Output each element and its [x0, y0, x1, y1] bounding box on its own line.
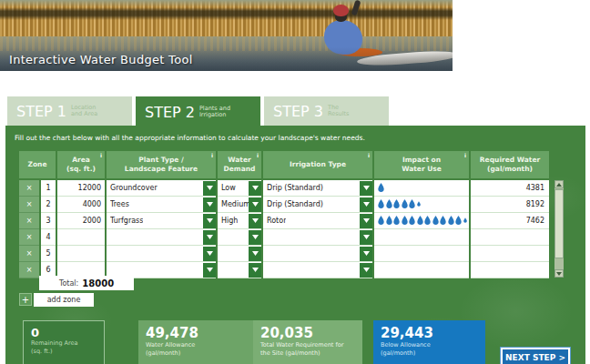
total-requirement-box: 20,035 Total Water Requirement forthe Si…	[253, 320, 362, 364]
required-water-value: 4381	[471, 180, 549, 197]
chevron-down-icon[interactable]	[360, 230, 372, 245]
water-allowance-box: 49,478 Water Allowance(gal/month)	[138, 320, 253, 364]
water-droplet-icon	[402, 199, 408, 210]
table-row: ×4	[19, 229, 554, 246]
total-area-box: Total: 18000	[39, 276, 134, 290]
irrigation-type-select[interactable]	[263, 262, 372, 278]
scroll-up-icon[interactable]	[554, 180, 564, 188]
scrollbar-thumb[interactable]	[554, 189, 564, 258]
delete-zone-button[interactable]: ×	[19, 246, 39, 262]
water-demand-select[interactable]	[218, 229, 261, 246]
info-icon[interactable]: i	[211, 152, 213, 159]
column-header-impact: i Impact onWater Use	[374, 151, 469, 178]
tab-step-number: STEP 1	[16, 103, 66, 120]
irrigation-type-select[interactable]	[263, 246, 372, 262]
area-field[interactable]	[57, 246, 105, 262]
chevron-down-icon[interactable]	[249, 214, 261, 228]
table-scrollbar[interactable]	[554, 180, 564, 278]
plant-type-select[interactable]	[107, 229, 216, 246]
water-droplet-icon	[378, 183, 384, 194]
water-droplet-icon	[393, 216, 400, 227]
tab-step-1[interactable]: STEP 1 Locationand Area	[7, 96, 132, 126]
chevron-down-icon[interactable]	[360, 214, 372, 228]
chevron-down-icon[interactable]	[360, 181, 372, 196]
plant-type-select[interactable]: Turfgrass	[107, 213, 216, 229]
chevron-down-icon[interactable]	[360, 197, 372, 212]
chevron-down-icon[interactable]	[203, 247, 216, 261]
irrigation-type-select[interactable]: Drip (Standard)	[263, 197, 372, 213]
half-water-droplet-icon	[417, 200, 421, 208]
water-demand-select[interactable]: High	[218, 213, 261, 229]
chevron-down-icon[interactable]	[203, 181, 216, 196]
area-field[interactable]: 2000	[57, 213, 105, 229]
impact-droplets	[374, 213, 469, 229]
plant-type-select-value: Trees	[110, 200, 129, 208]
water-droplet-icon	[409, 199, 415, 210]
plant-type-select[interactable]	[107, 246, 216, 262]
irrigation-type-select-value: Rotor	[267, 217, 286, 225]
column-header-required-water: Required Water(gal/month)	[471, 151, 549, 178]
tab-step-3[interactable]: STEP 3 TheResults	[264, 96, 389, 126]
info-icon[interactable]: i	[257, 152, 259, 159]
info-icon[interactable]: i	[100, 152, 102, 159]
delete-zone-button[interactable]: ×	[19, 197, 39, 213]
irrigation-type-select-value: Drip (Standard)	[267, 200, 323, 208]
irrigation-type-select[interactable]: Drip (Standard)	[263, 180, 372, 197]
tab-step-label: Locationand Area	[71, 105, 97, 118]
delete-zone-button[interactable]: ×	[19, 213, 39, 229]
chevron-down-icon[interactable]	[249, 197, 261, 212]
chevron-down-icon[interactable]	[203, 263, 216, 278]
chevron-down-icon[interactable]	[360, 247, 372, 261]
table-header-row: Zone i Area(sq. ft.) i Plant Type /Lands…	[19, 151, 554, 178]
irrigation-type-select[interactable]	[263, 229, 372, 246]
delete-zone-button[interactable]: ×	[19, 262, 39, 278]
area-field[interactable]: 12000	[57, 180, 105, 197]
zone-number: 1	[41, 180, 56, 197]
below-allowance-value: 29,443	[381, 325, 478, 341]
treeline-graphic	[0, 7, 453, 20]
info-icon[interactable]: i	[368, 152, 370, 159]
kayaker-cap-graphic	[333, 5, 349, 16]
delete-zone-button[interactable]: ×	[19, 229, 39, 246]
water-droplet-icon	[448, 216, 454, 227]
table-row: ×5	[19, 246, 554, 262]
plant-type-select[interactable]: Groundcover	[107, 180, 216, 197]
total-value: 18000	[82, 278, 114, 288]
table-row: ×112000GroundcoverLowDrip (Standard)4381	[19, 180, 554, 197]
water-demand-select[interactable]	[218, 262, 261, 278]
irrigation-type-select[interactable]: Rotor	[263, 213, 372, 229]
area-field[interactable]: 4000	[57, 197, 105, 213]
chevron-down-icon[interactable]	[249, 263, 261, 278]
water-allowance-value: 49,478	[146, 325, 246, 341]
water-droplet-icon	[455, 216, 462, 227]
plant-type-select[interactable]: Trees	[107, 197, 216, 213]
chevron-down-icon[interactable]	[249, 247, 261, 261]
water-demand-select[interactable]	[218, 246, 261, 262]
water-demand-select[interactable]: Low	[218, 180, 261, 197]
chevron-down-icon[interactable]	[249, 230, 261, 245]
scroll-down-icon[interactable]	[554, 269, 564, 278]
chevron-down-icon[interactable]	[203, 197, 216, 212]
sky-graphic	[0, 0, 453, 7]
column-header-plant-type: i Plant Type /Landscape Feature	[107, 151, 216, 178]
chevron-down-icon[interactable]	[203, 214, 216, 228]
chevron-down-icon[interactable]	[249, 181, 261, 196]
area-field[interactable]	[57, 229, 105, 246]
water-demand-select[interactable]: Medium	[218, 197, 261, 213]
water-demand-select-value: Low	[221, 184, 236, 192]
impact-droplets	[374, 246, 469, 262]
info-icon[interactable]: i	[464, 152, 466, 159]
add-zone-plus-icon[interactable]: +	[19, 293, 32, 306]
next-step-button[interactable]: NEXT STEP >	[501, 348, 570, 364]
water-demand-select-value: High	[221, 217, 238, 225]
chevron-down-icon[interactable]	[203, 230, 216, 245]
add-zone-button[interactable]: add zone	[34, 293, 94, 307]
below-allowance-box: 29,443 Below Allowance(gal/month)	[373, 320, 485, 364]
table-rows: ×112000GroundcoverLowDrip (Standard)4381…	[19, 180, 554, 278]
impact-droplets	[374, 262, 469, 278]
chevron-down-icon[interactable]	[360, 263, 372, 278]
water-droplet-icon	[417, 216, 423, 227]
delete-zone-button[interactable]: ×	[19, 180, 39, 197]
plant-type-select-value: Turfgrass	[110, 217, 143, 225]
tab-step-2[interactable]: STEP 2 Plants andIrrigation	[136, 96, 260, 127]
